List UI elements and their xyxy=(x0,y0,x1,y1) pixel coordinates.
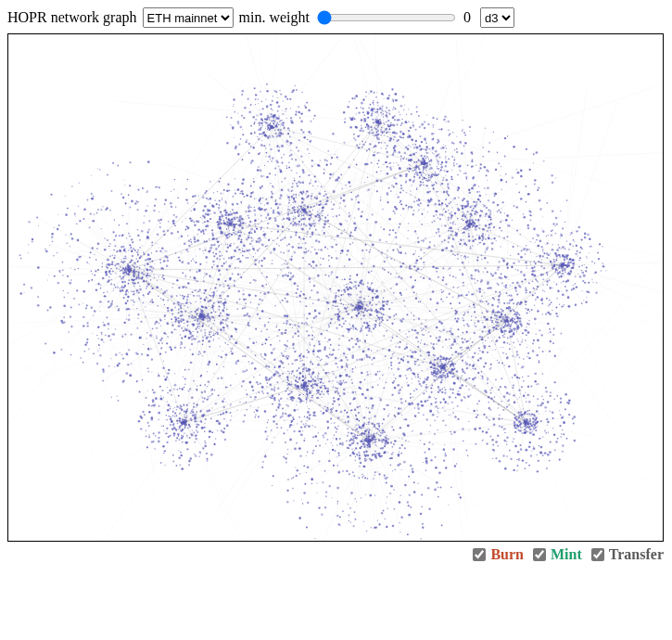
svg-point-2433 xyxy=(171,287,172,288)
svg-point-5306 xyxy=(455,312,457,314)
network-select[interactable]: ETH mainnet xyxy=(143,7,234,28)
svg-point-2950 xyxy=(222,326,224,328)
svg-point-7974 xyxy=(361,141,363,143)
svg-point-2454 xyxy=(222,284,223,285)
svg-point-6674 xyxy=(298,106,299,108)
svg-point-4545 xyxy=(463,129,463,130)
svg-point-6652 xyxy=(237,122,239,124)
svg-point-5779 xyxy=(311,376,311,377)
svg-point-3095 xyxy=(493,237,495,239)
svg-point-6086 xyxy=(80,256,82,258)
legend-burn[interactable]: Burn xyxy=(469,545,524,564)
svg-point-1586 xyxy=(320,258,321,259)
svg-point-4599 xyxy=(415,161,417,163)
svg-point-2744 xyxy=(99,348,100,349)
svg-point-6021 xyxy=(155,242,156,243)
svg-point-6216 xyxy=(170,202,171,204)
svg-point-5141 xyxy=(507,342,509,344)
svg-point-3277 xyxy=(499,291,501,293)
svg-point-7000 xyxy=(541,395,542,396)
svg-point-6204 xyxy=(122,197,124,198)
svg-point-6831 xyxy=(262,121,263,122)
svg-point-8197 xyxy=(189,437,191,439)
svg-point-6411 xyxy=(122,290,124,292)
svg-point-5046 xyxy=(306,214,308,216)
svg-line-589 xyxy=(257,210,304,241)
svg-point-8229 xyxy=(186,404,188,406)
legend-burn-checkbox[interactable] xyxy=(473,548,486,561)
svg-point-6923 xyxy=(506,406,508,408)
svg-point-1975 xyxy=(204,273,205,274)
svg-point-1409 xyxy=(390,357,392,359)
svg-point-5602 xyxy=(322,414,323,415)
svg-point-8151 xyxy=(186,436,187,437)
svg-point-6326 xyxy=(174,179,176,181)
svg-point-5461 xyxy=(511,318,513,320)
svg-point-3906 xyxy=(421,493,423,495)
svg-point-2740 xyxy=(102,380,104,382)
svg-point-3157 xyxy=(488,199,489,201)
svg-point-3697 xyxy=(380,432,381,433)
svg-point-1776 xyxy=(445,389,447,390)
svg-point-2755 xyxy=(86,304,88,306)
svg-point-6768 xyxy=(261,125,263,127)
svg-point-5589 xyxy=(328,380,330,382)
svg-point-6198 xyxy=(100,209,102,211)
legend-mint[interactable]: Mint xyxy=(529,545,582,564)
svg-point-2751 xyxy=(108,323,110,326)
svg-point-6465 xyxy=(132,264,133,266)
svg-point-5175 xyxy=(509,300,510,301)
svg-point-6464 xyxy=(154,275,155,275)
svg-point-3529 xyxy=(484,205,487,208)
svg-point-7595 xyxy=(229,245,232,248)
svg-point-6970 xyxy=(506,443,508,445)
svg-point-2449 xyxy=(204,275,205,276)
svg-point-6037 xyxy=(187,282,189,284)
network-graph-canvas[interactable] xyxy=(7,33,664,542)
svg-point-8263 xyxy=(158,440,160,442)
svg-point-5853 xyxy=(302,375,303,376)
svg-point-4866 xyxy=(354,217,355,218)
svg-point-3405 xyxy=(387,250,388,251)
svg-point-7339 xyxy=(430,336,432,338)
min-weight-slider[interactable] xyxy=(317,10,456,25)
svg-point-5512 xyxy=(309,372,310,373)
svg-point-7346 xyxy=(449,339,450,340)
svg-point-1428 xyxy=(338,349,339,350)
svg-point-4826 xyxy=(260,214,262,216)
svg-point-4847 xyxy=(309,174,311,176)
svg-point-2961 xyxy=(198,323,201,326)
legend-transfer-checkbox[interactable] xyxy=(591,548,604,561)
renderer-select[interactable]: d3 xyxy=(480,7,514,28)
svg-point-7916 xyxy=(387,136,388,137)
svg-point-2459 xyxy=(227,284,230,287)
svg-point-7067 xyxy=(522,377,523,378)
svg-point-2964 xyxy=(204,299,206,301)
svg-point-1645 xyxy=(419,364,420,365)
legend-transfer[interactable]: Transfer xyxy=(588,545,664,564)
svg-point-6823 xyxy=(259,122,260,123)
legend-mint-checkbox[interactable] xyxy=(533,548,546,561)
svg-point-5271 xyxy=(554,355,556,357)
svg-point-6407 xyxy=(151,261,153,262)
svg-point-7845 xyxy=(221,232,222,234)
svg-point-2770 xyxy=(157,234,158,236)
svg-point-5091 xyxy=(495,327,496,328)
svg-line-1267 xyxy=(43,270,129,327)
svg-point-8681 xyxy=(564,269,566,271)
svg-point-6579 xyxy=(276,147,278,148)
svg-point-3824 xyxy=(356,501,357,502)
svg-point-6272 xyxy=(70,354,72,356)
svg-point-8689 xyxy=(550,261,552,262)
svg-point-8611 xyxy=(595,271,597,273)
svg-line-1165 xyxy=(184,422,293,541)
svg-point-4813 xyxy=(288,243,290,245)
svg-point-4910 xyxy=(253,178,254,179)
svg-point-2219 xyxy=(356,306,358,308)
svg-point-2553 xyxy=(219,245,221,247)
svg-point-7297 xyxy=(472,378,475,380)
svg-point-8741 xyxy=(561,262,562,262)
svg-point-6217 xyxy=(175,206,177,208)
svg-point-5354 xyxy=(519,320,521,322)
svg-point-4445 xyxy=(386,147,387,148)
